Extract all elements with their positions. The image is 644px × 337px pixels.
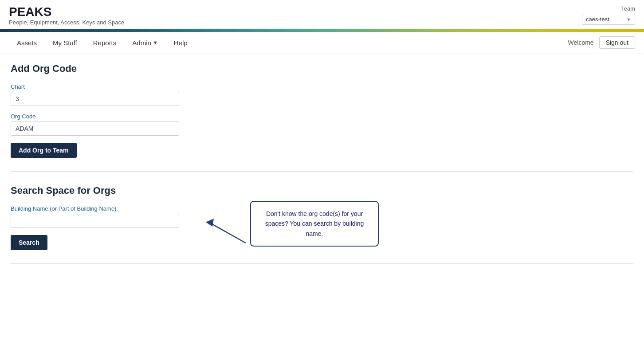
add-org-to-team-button[interactable]: Add Org to Team (11, 143, 77, 158)
tooltip-arrow-container (206, 210, 250, 245)
add-org-code-section: Add Org Code Chart Org Code Add Org to T… (11, 63, 633, 172)
nav-item-admin[interactable]: Admin ▼ (124, 32, 165, 54)
search-section-layout: Building Name (or Part of Building Name)… (11, 205, 633, 250)
welcome-text: Welcome (568, 39, 594, 46)
org-code-label: Org Code (11, 113, 633, 120)
search-form-area: Building Name (or Part of Building Name)… (11, 205, 179, 250)
brand: PEAKS People, Equipment, Access, Keys an… (9, 5, 124, 26)
nav-item-reports[interactable]: Reports (85, 32, 125, 54)
main-content: Add Org Code Chart Org Code Add Org to T… (0, 54, 644, 286)
app-title: PEAKS (9, 5, 124, 19)
chart-label: Chart (11, 83, 633, 90)
tooltip-area: Don't know the org code(s) for your spac… (206, 201, 379, 247)
navbar: Assets My Stuff Reports Admin ▼ Help Wel… (0, 32, 644, 54)
header: PEAKS People, Equipment, Access, Keys an… (0, 0, 644, 29)
tooltip-arrow-svg (206, 210, 250, 245)
app-subtitle: People, Equipment, Access, Keys and Spac… (9, 19, 124, 26)
add-org-code-title: Add Org Code (11, 63, 633, 74)
dropdown-arrow-icon: ▼ (153, 40, 158, 45)
team-label: Team (621, 5, 635, 12)
chart-field-group: Chart (11, 83, 633, 106)
building-name-input[interactable] (11, 214, 179, 228)
navbar-right: Welcome Sign out (568, 36, 635, 49)
org-code-input[interactable] (11, 121, 179, 136)
chevron-down-icon: ▼ (626, 17, 631, 22)
building-name-field-group: Building Name (or Part of Building Name) (11, 205, 179, 228)
chart-input[interactable] (11, 92, 179, 106)
nav-items: Assets My Stuff Reports Admin ▼ Help (9, 32, 196, 54)
search-space-section: Search Space for Orgs Building Name (or … (11, 185, 633, 264)
sign-out-button[interactable]: Sign out (599, 36, 635, 49)
team-selector-value: caes-test (586, 16, 609, 23)
building-name-label: Building Name (or Part of Building Name) (11, 205, 179, 212)
team-selector[interactable]: caes-test ▼ (582, 14, 635, 25)
header-right: Team caes-test ▼ (582, 5, 635, 25)
search-button[interactable]: Search (11, 235, 47, 250)
search-space-title: Search Space for Orgs (11, 185, 633, 196)
nav-item-assets[interactable]: Assets (9, 32, 45, 54)
nav-item-mystuff[interactable]: My Stuff (45, 32, 85, 54)
svg-line-0 (210, 223, 246, 243)
svg-marker-1 (206, 219, 214, 227)
tooltip-text: Don't know the org code(s) for your spac… (265, 210, 364, 237)
org-code-field-group: Org Code (11, 113, 633, 136)
tooltip-bubble: Don't know the org code(s) for your spac… (250, 201, 379, 247)
nav-item-help[interactable]: Help (166, 32, 196, 54)
